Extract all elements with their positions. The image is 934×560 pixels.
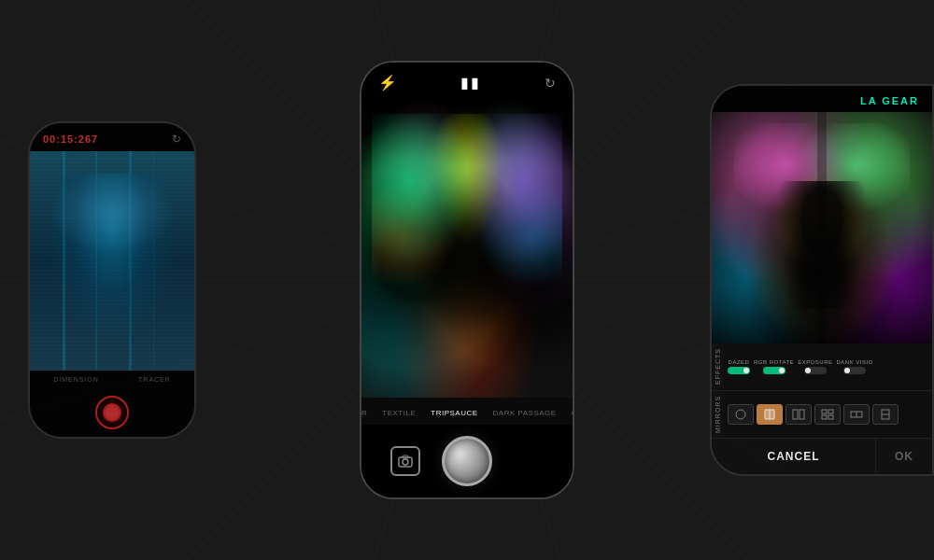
mirror-wide-button[interactable] [843,404,870,425]
neon-highlights [372,114,561,383]
right-screen [712,112,932,343]
effect-dazed-toggle[interactable] [728,367,750,374]
phone-right: LA GEAR EFFECTS DAZED [710,84,934,476]
mirror-quad-icon [821,409,834,420]
la-gear-label: LA GEAR [860,95,919,106]
effects-row: EFFECTS DAZED RGB ROTATE EXPOSURE [712,343,932,390]
effects-label: EFFECTS [712,343,724,390]
label-dimension: DIMENSION [53,376,99,383]
right-header: LA GEAR [712,86,932,112]
left-labels: DIMENSION TRACER [30,371,194,388]
mirror-circle-icon [734,409,747,420]
filter-tabs-container: TRACER TEXTILE TRIPSAUCE DARK PASSAGE GH… [361,398,573,425]
label-tracer: TRACER [138,376,171,383]
mirrors-row: MIRRORS [712,390,932,438]
camera-icon [398,455,413,468]
mirror-split-icon [792,409,805,420]
tab-dark-passage[interactable]: DARK PASSAGE [486,405,564,421]
ok-button[interactable]: OK [876,439,932,474]
center-controls [361,425,573,497]
center-header: ⚡ ▮▮ ↻ [361,63,573,99]
mirror-line [817,112,826,343]
phone-left: 00:15:267 ↻ DIMENSION TRACER [28,121,196,439]
camera-switch-button[interactable] [390,446,420,476]
record-area [30,388,194,437]
svg-rect-27 [793,410,798,419]
tab-tripsauce[interactable]: TRIPSAUCE [423,405,485,421]
effect-rgb-rotate: RGB ROTATE [754,359,794,374]
effect-dazed-label: DAZED [729,359,750,365]
mirrors-label: MIRRORS [712,391,724,438]
svg-rect-29 [822,410,827,413]
mirror-quad-button[interactable] [814,404,841,425]
action-bar: CANCEL OK [712,438,932,474]
mirror-portrait-button[interactable] [757,404,783,425]
left-screen [30,151,194,371]
effects-items: DAZED RGB ROTATE EXPOSURE DANK VISIO [724,356,932,378]
mirrors-items [724,400,932,428]
svg-rect-32 [828,415,833,419]
effect-rgb-rotate-toggle[interactable] [763,367,785,374]
effect-exposure-label: EXPOSURE [798,359,832,365]
effect-dark-vision: DANK VISIO [836,359,872,374]
record-button[interactable] [95,396,129,429]
mirror-portrait-icon [763,409,776,420]
center-refresh-icon[interactable]: ↻ [545,76,556,91]
tab-ghost[interactable]: GHOST [564,405,573,421]
filter-tabs-row: TRACER TEXTILE TRIPSAUCE DARK PASSAGE GH… [361,405,573,421]
empty-space [514,446,544,476]
svg-point-22 [403,459,408,465]
svg-rect-28 [800,410,804,419]
timer-display: 00:15:267 [43,133,98,145]
shutter-button[interactable] [442,436,492,486]
svg-point-24 [736,410,745,419]
app-logo: ▮▮ [460,74,481,91]
left-header: 00:15:267 ↻ [30,123,194,151]
center-screen [361,99,573,398]
flash-icon[interactable]: ⚡ [378,74,397,91]
record-inner [103,403,121,422]
svg-rect-30 [828,410,833,413]
cancel-button[interactable]: CANCEL [712,439,876,474]
effect-dark-vision-toggle[interactable] [843,367,866,374]
svg-rect-31 [822,415,827,419]
refresh-icon: ↻ [172,133,181,146]
effect-dazed: DAZED [728,359,750,374]
mirror-circle-button[interactable] [728,404,754,425]
mirror-tall-icon [879,409,892,420]
effects-panel: EFFECTS DAZED RGB ROTATE EXPOSURE [712,343,932,438]
effect-rgb-rotate-label: RGB ROTATE [754,359,794,365]
mirror-wide-icon [850,409,863,420]
mirror-tall-button[interactable] [872,404,899,425]
effect-exposure-toggle[interactable] [804,367,827,374]
phone-center: ⚡ ▮▮ ↻ TRACER TEXTILE TRIPSAUCE DARK PAS… [360,61,574,499]
tab-tracer[interactable]: TRACER [361,405,375,421]
tab-textile[interactable]: TEXTILE [375,405,423,421]
effect-exposure: EXPOSURE [798,359,832,374]
effect-dark-vision-label: DANK VISIO [836,359,872,365]
mirror-split-button[interactable] [785,404,812,425]
